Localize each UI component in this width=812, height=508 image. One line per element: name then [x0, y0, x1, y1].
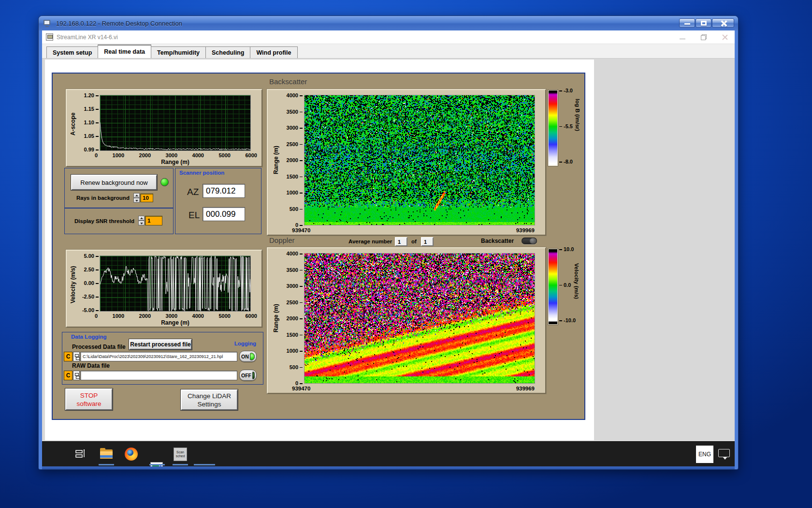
ascope-x-tick: 1000: [113, 152, 124, 158]
logging-label: Logging: [234, 341, 256, 346]
doppler-y-tick: 4000: [287, 251, 303, 256]
az-value-field[interactable]: 079.012: [203, 184, 245, 198]
ascope-x-ticks: 0100020003000400050006000: [95, 152, 257, 158]
raw-drive-letter[interactable]: C: [64, 371, 72, 380]
streamline-running-indicator: [149, 464, 165, 465]
background-status-led: [160, 178, 169, 186]
backscatter-display-toggle[interactable]: [522, 238, 537, 244]
ascope-x-tick: 5000: [218, 152, 230, 158]
backscatter-plot: [304, 95, 535, 225]
of-label: of: [411, 239, 417, 244]
scan-scheduler-icon[interactable]: Scan sched: [174, 448, 187, 461]
week-document-running-indicator: [194, 464, 215, 465]
firefox-icon[interactable]: [125, 448, 138, 461]
backscatter-y-tick: 1000: [287, 190, 303, 195]
velocity-x-tick: 5000: [218, 313, 230, 319]
backscatter-colorbar-label: log B (/m/sr): [575, 99, 580, 131]
doppler-x-left: 939470: [292, 386, 310, 391]
doppler-graph-frame: Range (m) 400035003000250020001500100050…: [267, 247, 546, 394]
backscatter-colorbar: [548, 90, 558, 166]
ascope-plot: [100, 95, 251, 151]
backscatter-x-left: 939470: [292, 227, 310, 233]
backscatter-y-ticks: 40003500300025002000150010005000: [281, 93, 303, 227]
close-button[interactable]: [712, 18, 734, 28]
processed-path-field[interactable]: C:\Lidar\Data\Proc\2023\202309\20230912\…: [80, 352, 237, 361]
logging-on-led: [250, 353, 255, 360]
doppler-colorbar: [548, 249, 558, 325]
action-center-icon[interactable]: [718, 449, 730, 457]
minimize-icon: [684, 23, 690, 25]
ascope-x-tick: 4000: [192, 152, 204, 158]
main-panel: A-scope 1.201.151.101.050.99 01000200030…: [52, 73, 585, 420]
ascope-y-tick: 1.05: [84, 134, 99, 138]
stop-software-button[interactable]: STOP software: [65, 388, 113, 410]
velocity-plot: [100, 255, 251, 312]
app-close-icon[interactable]: [722, 34, 728, 40]
backscatter-y-tick: 3000: [287, 125, 303, 130]
velocity-x-ticks: 0100020003000400050006000: [95, 313, 257, 319]
app-title: StreamLine XR v14-6.vi: [57, 34, 118, 41]
language-indicator[interactable]: ENG: [696, 446, 713, 463]
velocity-canvas: [100, 256, 250, 311]
doppler-title: Doppler: [269, 236, 295, 244]
restart-processed-file-button[interactable]: Restart processed file: [129, 339, 192, 350]
data-logging-title: Data Logging: [71, 334, 106, 340]
renew-background-button[interactable]: Renew background now: [71, 175, 157, 190]
el-label: EL: [188, 210, 200, 221]
close-icon: [720, 20, 727, 27]
average-number-field-1[interactable]: 1: [395, 237, 407, 246]
snr-threshold-box: Display SNR threshold 1: [64, 208, 174, 234]
snr-threshold-label: Display SNR threshold: [74, 218, 134, 224]
backscatter-title: Backscatter: [269, 77, 307, 86]
processed-path-browse-icon[interactable]: [73, 352, 80, 361]
rays-spinner[interactable]: [133, 193, 140, 203]
rays-value-field[interactable]: 10: [140, 194, 153, 202]
raw-path-field[interactable]: [80, 371, 237, 380]
app-restore-icon[interactable]: [701, 34, 707, 40]
tab-scheduling[interactable]: Scheduling: [205, 46, 250, 58]
snr-value-field[interactable]: 1: [145, 216, 162, 225]
tab-real-time-data[interactable]: Real time data: [98, 45, 151, 58]
snr-spinner[interactable]: [138, 216, 145, 225]
tab-wind-profile[interactable]: Wind profile: [250, 46, 297, 58]
doppler-canvas: [304, 254, 535, 383]
rdp-title: 192.168.0.122 - Remote Desktop Connectio…: [56, 20, 182, 27]
task-view-icon[interactable]: [74, 448, 88, 461]
scanner-position-box: Scanner position AZ 079.012 EL 000.099: [175, 168, 261, 234]
raw-path-browse-icon[interactable]: [73, 371, 80, 380]
average-number-field-2[interactable]: 1: [421, 237, 434, 246]
raw-data-file-label: RAW Data file: [72, 362, 110, 369]
average-number-label: Average number: [348, 239, 392, 244]
app-minimize-icon[interactable]: [680, 36, 685, 39]
processed-data-file-label: Processed Data file: [72, 344, 126, 350]
raw-logging-toggle[interactable]: OFF: [239, 370, 257, 381]
tab-temp-humidity[interactable]: Temp/humidity: [151, 46, 206, 58]
processed-logging-toggle[interactable]: ON: [239, 351, 257, 362]
change-lidar-settings-button[interactable]: Change LiDAR Settings: [181, 389, 238, 410]
el-value-field[interactable]: 000.099: [203, 207, 245, 221]
backscatter-graph-frame: Range (m) 400035003000250020001500100050…: [267, 89, 546, 236]
doppler-y-tick: 0: [295, 381, 303, 386]
ascope-y-axis-label: A-scope: [70, 100, 76, 148]
doppler-colorbar-tick: -10.0: [559, 318, 580, 323]
backscatter-y-axis-label: Range (m): [273, 134, 279, 187]
processed-drive-letter[interactable]: C: [64, 352, 72, 361]
velocity-y-tick: 5.00: [84, 254, 99, 258]
ascope-x-axis-label: Range (m): [100, 159, 251, 165]
velocity-x-tick: 4000: [192, 313, 204, 319]
background-controls-box: Renew background now Rays in background …: [64, 168, 174, 208]
file-explorer-icon[interactable]: [100, 448, 113, 461]
tab-strip: System setup Real time data Temp/humidit…: [42, 44, 735, 59]
doppler-y-ticks: 40003500300025002000150010005000: [281, 251, 303, 386]
rays-in-background-label: Rays in background: [76, 195, 130, 201]
backscatter-canvas: [304, 95, 535, 225]
backscatter-y-tick: 1500: [287, 174, 303, 179]
backscatter-y-tick: 2500: [287, 142, 303, 147]
velocity-graph-frame: Velocity (m/s) 5.002.500.00-2.50-5.00 01…: [66, 250, 262, 328]
minimize-button[interactable]: [679, 18, 695, 28]
maximize-icon: [701, 21, 707, 26]
scan-scheduler-running-indicator: [173, 464, 188, 465]
taskbar: Scan sched WEEK ENG: [42, 441, 735, 466]
maximize-button[interactable]: [696, 18, 711, 28]
tab-system-setup[interactable]: System setup: [46, 46, 98, 58]
